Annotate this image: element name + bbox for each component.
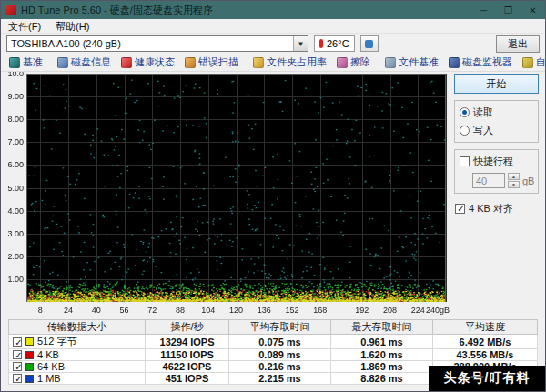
row-max-access: 0.961 ms — [331, 335, 433, 349]
toolbar-disk-info[interactable]: 磁盘信息 — [53, 55, 116, 71]
toolbar-disk-monitor-label: 磁盘监视器 — [462, 55, 512, 69]
drive-select[interactable]: TOSHIBA A100 (240 gB) ▼ — [6, 35, 308, 52]
toolbar-folder-usage-label: 文件夹占用率 — [267, 55, 327, 69]
toolbar-benchmark-label: 基准 — [23, 55, 43, 69]
benchmark-icon — [9, 57, 20, 68]
series-color-swatch — [25, 375, 34, 383]
folder-usage-icon — [253, 57, 264, 68]
toolbar-file-benchmark-label: 文件基准 — [399, 55, 439, 69]
row-size-label: 512 字节 — [37, 335, 76, 348]
short-stroke-checkbox[interactable]: 快捷行程 — [460, 155, 533, 168]
toolbar-erase-label: 擦除 — [350, 55, 370, 69]
error-scan-icon — [185, 57, 196, 68]
toolbar-erase[interactable]: 擦除 — [332, 55, 375, 71]
write-radio-label: 写入 — [473, 124, 493, 137]
temperature-display: 26°C — [314, 35, 355, 52]
capacity-stepper: ▲ ▼ — [508, 173, 520, 188]
health-icon — [121, 57, 132, 68]
row-avg-access: 2.215 ms — [229, 373, 331, 385]
toolbar-file-benchmark[interactable]: 文件基准 — [380, 55, 443, 71]
row-max-access: 8.826 ms — [331, 373, 433, 385]
spin-down-icon[interactable]: ▼ — [508, 181, 520, 188]
header-avg-speed: 平均速度 — [433, 320, 538, 335]
row-checkbox[interactable] — [13, 374, 22, 383]
menu-help[interactable]: 帮助(H) — [48, 19, 96, 34]
main-area: 开始 读取 写入 快捷行程 ▲ — [1, 72, 545, 319]
erase-icon — [337, 57, 348, 68]
series-color-swatch — [25, 337, 34, 346]
aam-icon — [522, 57, 533, 68]
close-icon[interactable]: ✕ — [521, 1, 545, 19]
toolbar-error-scan[interactable]: 错误扫描 — [180, 55, 243, 71]
toolbar-health[interactable]: 健康状态 — [116, 55, 179, 71]
toolbar-disk-monitor[interactable]: 磁盘监视器 — [444, 55, 517, 71]
menu-file[interactable]: 文件(F) — [1, 19, 48, 34]
random-access-chart — [5, 72, 452, 316]
temperature-settings-icon — [365, 40, 373, 48]
toolbar-disk-info-label: 磁盘信息 — [71, 55, 111, 69]
row-size-label: 1 MB — [37, 373, 61, 384]
radio-selected-icon — [460, 107, 470, 117]
toolbar-benchmark[interactable]: 基准 — [5, 55, 47, 71]
checkbox-checked-icon — [455, 204, 465, 214]
header-ops-per-sec: 操作/秒 — [146, 320, 229, 335]
maximize-icon[interactable]: ❐ — [496, 1, 521, 19]
disk-info-icon — [57, 57, 68, 68]
menubar: 文件(F) 帮助(H) — [1, 19, 545, 34]
temperature-value: 26°C — [327, 38, 349, 49]
row-size-label: 4 KB — [37, 349, 59, 360]
exit-button[interactable]: 退出 — [496, 35, 540, 53]
header-max-access: 最大存取时间 — [331, 320, 433, 335]
row-avg-access: 0.075 ms — [229, 335, 331, 349]
toolbar-aam-label: 自动噪音管理 — [536, 55, 546, 69]
read-radio[interactable]: 读取 — [460, 106, 533, 119]
row-avg-access: 0.216 ms — [229, 361, 331, 373]
thermometer-icon — [319, 39, 323, 48]
window-title: HD Tune Pro 5.60 - 硬盘/固态硬盘实用程序 — [21, 4, 471, 17]
row-checkbox[interactable] — [13, 337, 22, 347]
row-avg-access: 0.089 ms — [229, 349, 331, 361]
row-iops: 11150 IOPS — [146, 349, 229, 361]
toolbar-health-label: 健康状态 — [135, 55, 175, 69]
toolbar-folder-usage[interactable]: 文件夹占用率 — [248, 55, 331, 71]
row-max-access: 1.620 ms — [331, 349, 433, 361]
series-color-swatch — [25, 363, 34, 371]
titlebar: HD Tune Pro 5.60 - 硬盘/固态硬盘实用程序 ─ ❐ ✕ — [1, 1, 545, 19]
disk-monitor-icon — [449, 57, 460, 68]
test-control-panel: 开始 读取 写入 快捷行程 ▲ — [454, 74, 542, 216]
checkbox-unchecked-icon — [460, 156, 470, 166]
toolbar: 基准 磁盘信息 健康状态 错误扫描 文件夹占用率 擦除 文件基准 — [1, 54, 545, 72]
drive-select-value: TOSHIBA A100 (240 gB) — [7, 38, 293, 49]
short-stroke-label: 快捷行程 — [473, 155, 513, 168]
app-icon — [5, 5, 16, 15]
align-4kb-checkbox[interactable]: 4 KB 对齐 — [454, 202, 542, 216]
temperature-settings-button[interactable] — [360, 35, 379, 52]
table-row: 4 KB 11150 IOPS 0.089 ms 1.620 ms 43.556… — [9, 349, 538, 361]
row-checkbox[interactable] — [13, 350, 22, 359]
toolbar-aam[interactable]: 自动噪音管理 — [518, 55, 546, 71]
radio-unselected-icon — [460, 126, 470, 136]
file-benchmark-icon — [385, 57, 396, 68]
capacity-row: ▲ ▼ gB — [472, 173, 533, 188]
start-button[interactable]: 开始 — [454, 74, 539, 94]
row-checkbox[interactable] — [13, 362, 22, 371]
row-avg-speed: 43.556 MB/s — [433, 349, 538, 361]
series-color-swatch — [25, 351, 34, 359]
read-radio-label: 读取 — [473, 106, 493, 119]
write-radio[interactable]: 写入 — [460, 124, 533, 137]
row-iops: 4622 IOPS — [146, 361, 229, 373]
minimize-icon[interactable]: ─ — [471, 1, 496, 19]
drive-bar: TOSHIBA A100 (240 gB) ▼ 26°C 退出 — [1, 34, 545, 54]
row-iops: 13294 IOPS — [146, 335, 229, 349]
chevron-down-icon[interactable]: ▼ — [293, 36, 308, 51]
capacity-input[interactable] — [472, 173, 505, 188]
capacity-unit-label: gB — [522, 176, 534, 186]
row-size-label: 64 KB — [37, 361, 65, 372]
toolbar-error-scan-label: 错误扫描 — [198, 55, 238, 69]
spin-up-icon[interactable]: ▲ — [508, 173, 520, 180]
header-avg-access: 平均存取时间 — [229, 320, 331, 335]
short-stroke-group: 快捷行程 ▲ ▼ gB — [454, 149, 539, 194]
header-transfer-size: 传输数据大小 — [9, 320, 146, 335]
row-iops: 451 IOPS — [146, 373, 229, 385]
table-header-row: 传输数据大小 操作/秒 平均存取时间 最大存取时间 平均速度 — [9, 320, 538, 335]
